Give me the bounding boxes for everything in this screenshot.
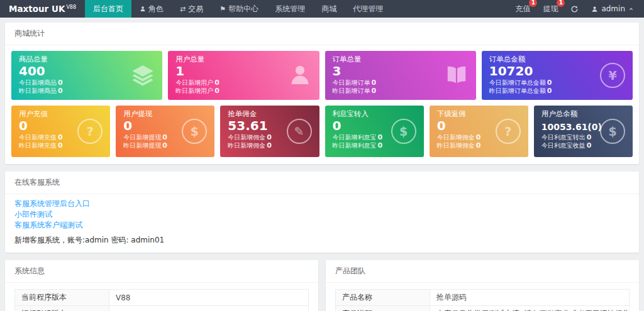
user-menu[interactable]: admin <box>591 4 634 13</box>
card-subline: 昨日新增订单0 <box>333 87 377 95</box>
system-info-panel: 系统信息 当前程序版本V88运行PHP版本7.2.33ThinkPHP版本5.1… <box>5 260 318 311</box>
card-subline: 昨日新增佣金0 <box>437 141 481 150</box>
card-value: 400 <box>19 64 63 79</box>
card-value: 0 <box>333 119 383 133</box>
card-value: 0 <box>19 119 63 133</box>
card-subline: 昨日新增充值0 <box>19 141 63 150</box>
recharge-badge: 1 <box>529 0 537 7</box>
user-icon <box>140 6 146 12</box>
table-row: 产品说明本产品只为学习测试交流, 请勿要做商业或者用于违法行为，一切后果自负 <box>336 306 630 311</box>
card-title: 用户充值 <box>19 109 63 119</box>
menu-item-系统管理[interactable]: 系统管理 <box>267 0 313 18</box>
table-row: 产品名称抢单源码 <box>336 290 630 306</box>
service-link[interactable]: 客服系统管理后台入口 <box>5 199 639 209</box>
stat-card: 订单总金额10720今日新增订单总金额0昨日新增订单总金额0¥ <box>482 51 633 100</box>
brand-logo[interactable]: Maxtour UKV88 <box>0 0 85 18</box>
menu-item-帮助中心[interactable]: ⚑帮助中心 <box>211 0 267 18</box>
card-subline: 今日新增用户0 <box>175 79 219 87</box>
bottom-row: 系统信息 当前程序版本V88运行PHP版本7.2.33ThinkPHP版本5.1… <box>5 260 639 311</box>
service-link[interactable]: 客服系统客户端测试 <box>5 220 639 231</box>
system-info-table: 当前程序版本V88运行PHP版本7.2.33ThinkPHP版本5.1.38 L… <box>14 289 309 311</box>
card-subline: 昨日新增提现0 <box>123 141 167 150</box>
card-subline: 昨日新增订单总金额0 <box>489 87 552 95</box>
product-team-panel: 产品团队 产品名称抢单源码产品说明本产品只为学习测试交流, 请勿要做商业或者用于… <box>326 260 639 311</box>
stat-card: 用户总余额10053.61(0)今日利息宝转出0今日利息宝收益0$ <box>534 106 633 157</box>
menu-item-label: 商城 <box>321 4 336 14</box>
card-subline: 昨日新增商品0 <box>19 87 63 95</box>
menu-item-label: 代理管理 <box>353 4 383 14</box>
card-info: 下级返佣0今日新增佣金0昨日新增佣金0 <box>437 109 481 153</box>
stat-card: 下级返佣0今日新增佣金0昨日新增佣金0? <box>430 106 528 157</box>
card-subline: 昨日新增用户0 <box>175 87 219 95</box>
row-value: 抢单源码 <box>430 290 630 306</box>
question-circle-icon: ? <box>77 119 103 144</box>
row-value: 7.2.33 <box>109 306 309 311</box>
card-value: 1 <box>175 64 219 79</box>
card-info: 用户提现0今日新增提现0昨日新增提现0 <box>123 109 167 153</box>
pencil-circle-icon: ✎ <box>287 119 312 144</box>
card-info: 用户总量1今日新增用户0昨日新增用户0 <box>175 55 219 96</box>
product-team-title: 产品团队 <box>326 260 639 283</box>
card-title: 用户总余额 <box>541 109 596 119</box>
menu-item-label: 后台首页 <box>93 4 123 14</box>
card-subline: 今日新增利息宝0 <box>333 133 383 141</box>
stat-card: 用户提现0今日新增提现0昨日新增提现0$ <box>116 106 214 157</box>
dollar-circle-icon: $ <box>182 119 207 144</box>
stats-cards-row-2: 用户充值0今日新增充值0昨日新增充值0?用户提现0今日新增提现0昨日新增提现0$… <box>5 100 639 164</box>
refresh-icon[interactable] <box>570 5 579 13</box>
menu-item-后台首页[interactable]: 后台首页 <box>85 0 131 18</box>
top-navbar: Maxtour UKV88 后台首页角色⇄交易⚑帮助中心系统管理商城代理管理 充… <box>0 0 644 18</box>
card-info: 用户充值0今日新增充值0昨日新增充值0 <box>19 109 63 153</box>
card-title: 利息宝转入 <box>333 109 383 119</box>
book-icon <box>445 63 469 89</box>
card-value: 0 <box>437 119 481 133</box>
navbar-right: 充值 1 提现 1 admin <box>515 0 644 18</box>
stat-card: 订单总量3今日新增订单0昨日新增订单0 <box>325 51 476 100</box>
row-label: 运行PHP版本 <box>15 306 109 311</box>
service-links: 客服系统管理后台入口小部件测试客服系统客户端测试 <box>5 194 639 232</box>
row-value: V88 <box>109 290 309 306</box>
stat-card: 利息宝转入0今日新增利息宝0昨日新增利息宝0$ <box>325 106 424 157</box>
card-subline: 今日新增佣金0 <box>228 133 272 141</box>
row-label: 当前程序版本 <box>15 290 109 306</box>
card-value: 10720 <box>489 64 552 79</box>
exchange-icon: ⇄ <box>180 6 186 13</box>
yen-circle-icon: ¥ <box>600 63 625 88</box>
menu-item-角色[interactable]: 角色 <box>131 0 172 18</box>
row-label: 产品名称 <box>336 290 430 306</box>
card-subline: 今日新增商品0 <box>19 79 63 87</box>
menu-item-商城[interactable]: 商城 <box>313 0 345 18</box>
row-label: 产品说明 <box>336 306 430 311</box>
menu-item-代理管理[interactable]: 代理管理 <box>345 0 391 18</box>
card-title: 商品总量 <box>19 55 63 64</box>
dollar-circle-icon: $ <box>600 119 625 144</box>
card-value: 3 <box>333 64 377 79</box>
card-title: 订单总金额 <box>489 55 552 64</box>
stat-card: 用户充值0今日新增充值0昨日新增充值0? <box>11 106 110 157</box>
username: admin <box>601 4 625 13</box>
service-link[interactable]: 小部件测试 <box>5 209 639 220</box>
card-info: 订单总量3今日新增订单0昨日新增订单0 <box>333 55 377 96</box>
menu-item-交易[interactable]: ⇄交易 <box>172 0 211 18</box>
chevron-up-icon <box>628 6 634 12</box>
question-circle-icon: ? <box>496 119 521 144</box>
stat-card: 抢单佣金53.61今日新增佣金0昨日新增佣金0✎ <box>220 106 319 157</box>
stats-panel-title: 商城统计 <box>5 23 639 45</box>
card-info: 利息宝转入0今日新增利息宝0昨日新增利息宝0 <box>333 109 383 153</box>
service-note: 新增客服系统，账号:admin 密码: admin01 <box>5 232 639 253</box>
table-row: 当前程序版本V88 <box>15 290 309 306</box>
withdraw-label: 提现 <box>543 4 558 13</box>
recharge-link[interactable]: 充值 1 <box>515 4 530 14</box>
menu-item-label: 交易 <box>188 4 203 14</box>
withdraw-link[interactable]: 提现 1 <box>543 4 558 14</box>
menu-item-label: 系统管理 <box>275 4 305 14</box>
product-team-table: 产品名称抢单源码产品说明本产品只为学习测试交流, 请勿要做商业或者用于违法行为，… <box>335 289 630 311</box>
card-title: 用户提现 <box>123 109 167 119</box>
card-subline: 今日新增提现0 <box>123 133 167 141</box>
card-subline: 昨日新增佣金0 <box>228 141 272 150</box>
card-info: 抢单佣金53.61今日新增佣金0昨日新增佣金0 <box>228 109 272 153</box>
main-content: 商城统计 商品总量400今日新增商品0昨日新增商品0用户总量1今日新增用户0昨日… <box>0 18 644 311</box>
stat-card: 用户总量1今日新增用户0昨日新增用户0 <box>168 51 319 100</box>
person-icon <box>288 63 312 89</box>
card-subline: 今日利息宝转出0 <box>541 133 596 141</box>
